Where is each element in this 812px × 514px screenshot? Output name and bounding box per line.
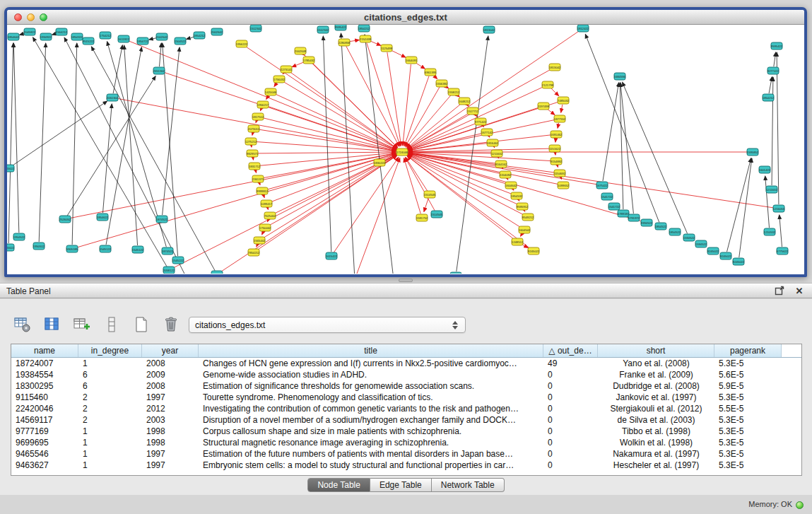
graph-edge[interactable]: [72, 43, 77, 245]
table-cell[interactable]: 5.6E-5: [714, 369, 782, 380]
column-header-short[interactable]: short: [598, 344, 714, 357]
network-canvas[interactable]: 1724046200264817854322273141175643214200…: [7, 25, 804, 274]
graph-edge[interactable]: [561, 177, 562, 180]
graph-edge[interactable]: [341, 33, 355, 274]
graph-node[interactable]: 8549212: [522, 214, 534, 221]
graph-node[interactable]: 2073012: [248, 125, 260, 132]
graph-edge[interactable]: [8, 43, 13, 243]
table-cell[interactable]: 1: [78, 437, 142, 448]
graph-node[interactable]: 1724046: [396, 148, 408, 156]
graph-node[interactable]: 1210532: [764, 228, 776, 235]
table-cell[interactable]: 2: [78, 403, 142, 414]
table-cell[interactable]: 9699695: [11, 437, 78, 448]
graph-node[interactable]: 1854322: [71, 33, 83, 40]
table-cell[interactable]: 2: [78, 414, 142, 426]
graph-edge[interactable]: [387, 52, 401, 146]
graph-node[interactable]: 2526052: [59, 216, 71, 223]
graph-edge[interactable]: [555, 139, 556, 142]
graph-edge[interactable]: [264, 195, 264, 198]
column-header-title[interactable]: title: [199, 344, 543, 357]
graph-edge[interactable]: [172, 155, 396, 268]
graph-node[interactable]: 1504522: [175, 37, 187, 45]
graph-edge[interactable]: [779, 215, 782, 247]
table-cell[interactable]: 14569117: [11, 414, 78, 426]
table-cell[interactable]: 0: [543, 403, 598, 414]
table-cell[interactable]: 0: [543, 460, 598, 471]
graph-edge[interactable]: [524, 210, 525, 211]
table-cell[interactable]: 5.9E-5: [714, 380, 782, 392]
graph-node[interactable]: 9829571: [247, 150, 259, 157]
graph-node[interactable]: 2651302: [153, 67, 165, 74]
table-cell[interactable]: Investigating the contribution of common…: [199, 403, 543, 414]
graph-node[interactable]: 1956217: [257, 101, 269, 108]
graph-node[interactable]: 9595422: [335, 25, 347, 30]
graph-edge[interactable]: [585, 34, 659, 222]
graph-node[interactable]: 2002642: [211, 28, 223, 35]
table-cell[interactable]: 1: [78, 448, 142, 460]
table-cell[interactable]: 1997: [142, 392, 199, 403]
graph-node[interactable]: 1754212: [100, 32, 112, 39]
graph-node[interactable]: 1813042: [483, 26, 495, 33]
table-cell[interactable]: 0: [543, 414, 598, 426]
table-cell[interactable]: 2003: [142, 414, 199, 426]
graph-node[interactable]: 1877552: [554, 115, 566, 122]
table-cell[interactable]: 5.3E-5: [714, 392, 782, 403]
table-row[interactable]: 2242004622012Investigating the contribut…: [11, 403, 801, 414]
new-table-icon[interactable]: [131, 315, 151, 334]
graph-edge[interactable]: [424, 199, 428, 212]
graph-node[interactable]: 1954522: [13, 233, 25, 240]
graph-edge[interactable]: [274, 83, 277, 87]
graph-edge[interactable]: [263, 156, 396, 238]
graph-edge[interactable]: [457, 36, 488, 271]
graph-node[interactable]: 1151622: [549, 145, 561, 152]
graph-edge[interactable]: [159, 43, 161, 66]
graph-edge[interactable]: [268, 208, 269, 210]
table-cell[interactable]: Estimation of significance thresholds fo…: [199, 380, 543, 392]
graph-node[interactable]: 1677142: [481, 129, 493, 136]
table-cell[interactable]: Disruption of a novel member of a sodium…: [199, 414, 543, 426]
table-mode-icon[interactable]: [13, 315, 33, 334]
graph-node[interactable]: 9515222: [83, 37, 95, 45]
graph-node[interactable]: 1615422: [326, 252, 338, 259]
graph-node[interactable]: 1420046: [265, 88, 277, 95]
table-cell[interactable]: Jankovic et al. (1997): [598, 392, 714, 403]
graph-node[interactable]: 1275212: [245, 138, 257, 145]
table-cell[interactable]: Embryonic stem cells: a model to study s…: [199, 460, 543, 471]
graph-node[interactable]: 1594522: [683, 234, 695, 241]
graph-node[interactable]: 1750442: [259, 224, 271, 231]
graph-node[interactable]: 1854212: [358, 25, 370, 32]
graph-node[interactable]: 2045822: [24, 28, 36, 35]
row-options-icon[interactable]: [102, 315, 122, 334]
column-header-in_degree[interactable]: in_degree: [78, 344, 142, 357]
table-cell[interactable]: 2008: [142, 380, 199, 392]
graph-edge[interactable]: [404, 158, 421, 214]
graph-node[interactable]: 1512342: [317, 26, 329, 33]
graph-edge[interactable]: [252, 133, 253, 135]
graph-node[interactable]: 2152439: [360, 35, 372, 42]
graph-node[interactable]: 1604642: [505, 182, 517, 189]
tab-edge-table[interactable]: Edge Table: [370, 478, 432, 492]
graph-node[interactable]: 1830222: [374, 159, 386, 166]
graph-node[interactable]: 1854522: [655, 223, 667, 230]
graph-node[interactable]: 9245022: [528, 247, 540, 255]
graph-node[interactable]: 1854522: [669, 228, 681, 235]
column-header-name[interactable]: name: [11, 344, 78, 357]
table-row[interactable]: 1830029562008Estimation of significance …: [11, 380, 801, 392]
graph-node[interactable]: 9154892: [551, 158, 563, 165]
close-panel-icon[interactable]: ✕: [794, 285, 805, 296]
graph-node[interactable]: 7854212: [248, 249, 260, 256]
graph-node[interactable]: 1514545: [431, 211, 443, 218]
table-row[interactable]: 1938455462009Genome-wide association stu…: [11, 369, 801, 380]
graph-node[interactable]: 9595912: [517, 203, 529, 210]
graph-node[interactable]: 2002642: [156, 33, 168, 40]
graph-node[interactable]: 2121798: [542, 81, 554, 88]
graph-node[interactable]: 1675422: [596, 182, 608, 189]
graph-node[interactable]: 1541722: [608, 203, 620, 210]
graph-edge[interactable]: [390, 50, 406, 57]
table-cell[interactable]: Tibbo et al. (1998): [598, 426, 714, 437]
graph-node[interactable]: 1945622: [7, 165, 15, 172]
graph-node[interactable]: 9771422: [475, 118, 487, 125]
graph-node[interactable]: 1684594: [614, 73, 626, 80]
graph-edge[interactable]: [620, 83, 623, 209]
graph-edge[interactable]: [39, 43, 45, 242]
